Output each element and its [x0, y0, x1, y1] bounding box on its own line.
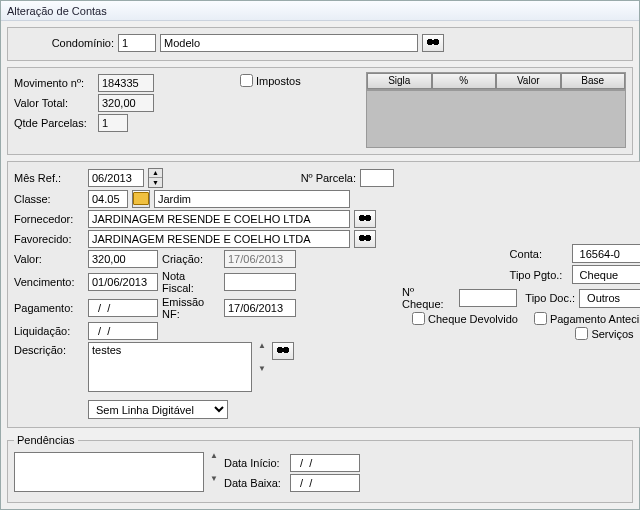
valortotal-label: Valor Total: — [14, 97, 94, 109]
fornecedor-label: Fornecedor: — [14, 213, 84, 225]
chequedev-checkbox[interactable]: Cheque Devolvido — [412, 312, 518, 325]
tax-grid-header: Sigla % Valor Base — [366, 72, 626, 90]
tipopgto-select[interactable]: Cheque — [572, 265, 640, 284]
condominio-group: Condomínio: — [7, 27, 633, 61]
pendencias-list[interactable] — [14, 452, 204, 492]
datainicio-label: Data Início: — [224, 457, 286, 469]
binoculars-icon[interactable] — [422, 34, 444, 52]
tipodoc-select[interactable]: Outros — [579, 289, 640, 308]
notafiscal-label: Nota Fiscal: — [162, 270, 220, 294]
databaixa-input[interactable] — [290, 474, 360, 492]
pendencias-group: Pendências ▲▼ Data Início: Data Baixa: — [7, 434, 633, 503]
mesref-input[interactable] — [88, 169, 144, 187]
mesref-spinner[interactable]: ▲▼ — [148, 168, 163, 188]
classe-name-input[interactable] — [154, 190, 350, 208]
binoculars-icon[interactable] — [272, 342, 294, 360]
favorecido-label: Favorecido: — [14, 233, 84, 245]
servicos-checkbox[interactable]: Serviços — [575, 327, 633, 340]
tab-percent[interactable]: % — [432, 73, 497, 89]
tab-valor[interactable]: Valor — [496, 73, 561, 89]
tab-base[interactable]: Base — [561, 73, 626, 89]
ncheque-label: Nº Cheque: — [402, 286, 455, 310]
movimento-input — [98, 74, 154, 92]
qtdeparcelas-label: Qtde Parcelas: — [14, 117, 94, 129]
conta-label: Conta: — [510, 248, 568, 260]
window-title: Alteração de Contas — [1, 1, 639, 21]
conta-select[interactable]: 16564-0 — [572, 244, 640, 263]
main-form-group: Mês Ref.: ▲▼ Nº Parcela: Classe: — [7, 161, 640, 428]
ncheque-input[interactable] — [459, 289, 517, 307]
linha-digitavel-select[interactable]: Sem Linha Digitável — [88, 400, 228, 419]
fornecedor-input[interactable] — [88, 210, 350, 228]
nparcela-label: Nº Parcela: — [301, 172, 356, 184]
pagamento-label: Pagamento: — [14, 302, 84, 314]
mesref-label: Mês Ref.: — [14, 172, 84, 184]
databaixa-label: Data Baixa: — [224, 477, 286, 489]
condominio-label: Condomínio: — [14, 37, 114, 49]
emissaonf-label: Emissão NF: — [162, 296, 220, 320]
datainicio-input[interactable] — [290, 454, 360, 472]
notafiscal-input[interactable] — [224, 273, 296, 291]
liquidacao-label: Liquidação: — [14, 325, 84, 337]
criacao-label: Criação: — [162, 253, 220, 265]
classe-label: Classe: — [14, 193, 84, 205]
condominio-num-input[interactable] — [118, 34, 156, 52]
valor-input[interactable] — [88, 250, 158, 268]
descricao-label: Descrição: — [14, 342, 84, 356]
vencimento-label: Vencimento: — [14, 276, 84, 288]
tipodoc-label: Tipo Doc.: — [521, 292, 575, 304]
liquidacao-input[interactable] — [88, 322, 158, 340]
pendencias-legend: Pendências — [14, 434, 78, 446]
up-arrow-icon[interactable]: ▲ — [208, 452, 220, 461]
pagamento-input[interactable] — [88, 299, 158, 317]
nparcela-input[interactable] — [360, 169, 394, 187]
qtdeparcelas-input — [98, 114, 128, 132]
descricao-textarea[interactable]: testes — [88, 342, 252, 392]
classe-code-input[interactable] — [88, 190, 128, 208]
emissaonf-input[interactable] — [224, 299, 296, 317]
up-arrow-icon[interactable]: ▲ — [256, 342, 268, 351]
valortotal-input — [98, 94, 154, 112]
valor-label: Valor: — [14, 253, 84, 265]
impostos-checkbox[interactable]: Impostos — [240, 74, 301, 87]
movimento-label: Movimento nº: — [14, 77, 94, 89]
binoculars-icon[interactable] — [354, 230, 376, 248]
condominio-name-input[interactable] — [160, 34, 418, 52]
binoculars-icon[interactable] — [354, 210, 376, 228]
folder-icon[interactable] — [132, 190, 150, 208]
tab-sigla[interactable]: Sigla — [367, 73, 432, 89]
summary-group: Movimento nº: Valor Total: Qtde Parcelas… — [7, 67, 633, 155]
impostos-label: Impostos — [256, 75, 301, 87]
pagantecip-checkbox[interactable]: Pagamento Antecipado — [534, 312, 640, 325]
tax-grid-body — [366, 90, 626, 148]
tipopgto-label: Tipo Pgto.: — [510, 269, 568, 281]
down-arrow-icon[interactable]: ▼ — [208, 475, 220, 484]
vencimento-input[interactable] — [88, 273, 158, 291]
criacao-input — [224, 250, 296, 268]
favorecido-input[interactable] — [88, 230, 350, 248]
down-arrow-icon[interactable]: ▼ — [256, 365, 268, 374]
